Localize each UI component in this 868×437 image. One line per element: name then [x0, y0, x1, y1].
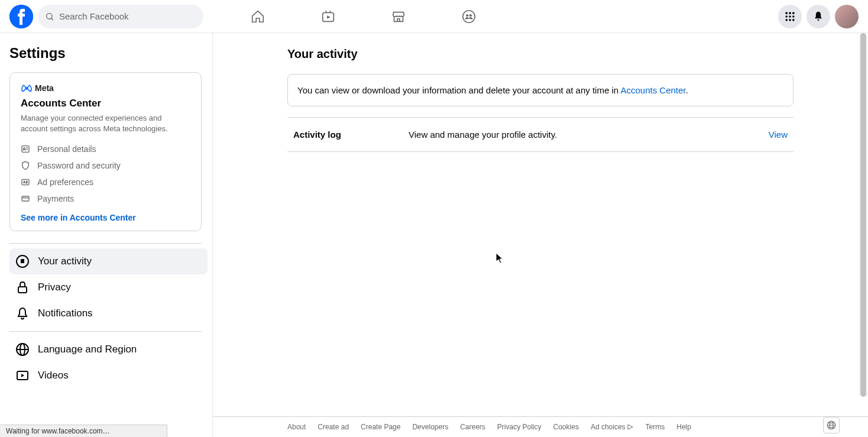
sidebar-item-language-region[interactable]: Language and Region [9, 336, 208, 362]
sidebar-item-notifications[interactable]: Notifications [9, 300, 208, 326]
meta-logo: Meta [21, 83, 190, 93]
nav-label: Videos [38, 370, 69, 381]
ac-item-personal-details[interactable]: Personal details [21, 141, 190, 157]
activity-log-row: Activity log View and manage your profil… [287, 118, 793, 152]
svg-line-2 [51, 18, 53, 20]
svg-point-4 [462, 10, 474, 22]
nav-video[interactable] [295, 0, 361, 33]
menu-button[interactable] [778, 5, 802, 28]
nav-label: Language and Region [38, 344, 137, 355]
nav-groups[interactable] [436, 0, 501, 33]
ad-choices-label: Ad choices [591, 423, 626, 431]
header-right [778, 5, 859, 28]
content-heading: Your activity [287, 47, 793, 61]
menu-grid-icon [784, 11, 796, 22]
footer-link-help[interactable]: Help [676, 423, 691, 431]
nav-marketplace[interactable] [365, 0, 431, 33]
footer-link-about[interactable]: About [287, 423, 306, 431]
ac-item-label: Ad preferences [37, 177, 93, 187]
sidebar-item-your-activity[interactable]: Your activity [9, 248, 208, 274]
footer-link-terms[interactable]: Terms [646, 423, 665, 431]
notifications-button[interactable] [807, 5, 830, 28]
search-input[interactable] [59, 11, 196, 21]
divider [9, 243, 202, 244]
footer-link-careers[interactable]: Careers [460, 423, 485, 431]
nav-label: Your activity [38, 255, 92, 267]
header-left [9, 5, 203, 28]
footer: About Create ad Create Page Developers C… [213, 416, 868, 437]
ac-item-label: Password and security [37, 161, 121, 170]
sidebar-item-videos[interactable]: Videos [9, 362, 208, 389]
nav-label: Privacy [38, 281, 71, 293]
svg-rect-18 [22, 179, 29, 184]
content-area: Your activity You can view or download y… [213, 33, 868, 437]
svg-point-14 [789, 19, 791, 21]
svg-point-12 [792, 15, 795, 18]
facebook-logo[interactable] [9, 5, 33, 28]
video-icon [15, 368, 30, 383]
scrollbar-thumb[interactable] [860, 33, 866, 397]
footer-link-create-page[interactable]: Create Page [361, 423, 400, 431]
footer-link-create-ad[interactable]: Create ad [318, 423, 349, 431]
info-prefix: You can view or download your informatio… [297, 85, 620, 95]
svg-point-11 [789, 15, 791, 18]
footer-link-ad-choices[interactable]: Ad choices [591, 423, 634, 431]
svg-point-6 [469, 14, 471, 17]
search-icon [45, 12, 54, 21]
svg-point-1 [47, 13, 52, 18]
accounts-center-description: Manage your connected experiences and ac… [21, 113, 190, 134]
see-more-accounts-center-link[interactable]: See more in Accounts Center [21, 213, 190, 222]
browser-status-bar: Waiting for www.facebook.com… [0, 425, 167, 437]
svg-point-8 [789, 12, 791, 14]
svg-point-5 [466, 14, 468, 17]
lock-icon [15, 280, 30, 294]
svg-rect-16 [22, 146, 29, 153]
video-icon [320, 9, 336, 24]
ad-icon [21, 177, 30, 187]
svg-point-9 [792, 12, 795, 14]
sidebar-item-privacy[interactable]: Privacy [9, 274, 208, 300]
search-box[interactable] [38, 5, 203, 28]
footer-link-privacy-policy[interactable]: Privacy Policy [497, 423, 542, 431]
nav-home[interactable] [225, 0, 290, 33]
info-suffix: . [686, 85, 688, 95]
footer-link-developers[interactable]: Developers [412, 423, 448, 431]
scrollbar[interactable] [859, 33, 868, 397]
footer-link-cookies[interactable]: Cookies [553, 423, 579, 431]
top-header [0, 0, 868, 33]
accounts-center-link[interactable]: Accounts Center [620, 85, 685, 95]
profile-avatar[interactable] [835, 5, 859, 28]
globe-icon [15, 342, 30, 357]
ac-item-payments[interactable]: Payments [21, 190, 190, 207]
bell-icon [15, 306, 30, 321]
meta-logo-icon [21, 84, 33, 92]
info-box: You can view or download your informatio… [287, 74, 793, 106]
meta-label: Meta [35, 83, 54, 93]
svg-point-10 [785, 15, 788, 18]
ac-item-label: Personal details [37, 144, 96, 154]
ac-item-password-security[interactable]: Password and security [21, 157, 190, 174]
shield-icon [21, 161, 30, 170]
accounts-center-card[interactable]: Meta Accounts Center Manage your connect… [9, 72, 202, 231]
view-activity-link[interactable]: View [769, 130, 788, 140]
header-nav [225, 0, 501, 33]
settings-sidebar: Settings Meta Accounts Center Manage you… [0, 33, 213, 437]
accounts-center-title: Accounts Center [21, 98, 190, 109]
activity-icon [15, 254, 30, 268]
svg-point-7 [785, 12, 788, 14]
groups-icon [461, 9, 477, 24]
globe-icon [826, 420, 837, 430]
activity-log-title: Activity log [293, 130, 409, 140]
nav-label: Notifications [38, 307, 93, 319]
page-title: Settings [9, 45, 208, 61]
svg-rect-19 [22, 196, 29, 201]
language-selector-button[interactable] [823, 417, 840, 433]
marketplace-icon [391, 9, 406, 24]
ac-item-ad-preferences[interactable]: Ad preferences [21, 174, 190, 190]
svg-rect-22 [18, 287, 27, 293]
activity-log-desc: View and manage your profile activity. [409, 130, 769, 140]
ac-item-label: Payments [37, 194, 74, 203]
payments-icon [21, 194, 30, 203]
bell-icon [812, 11, 824, 22]
personal-details-icon [21, 144, 30, 154]
